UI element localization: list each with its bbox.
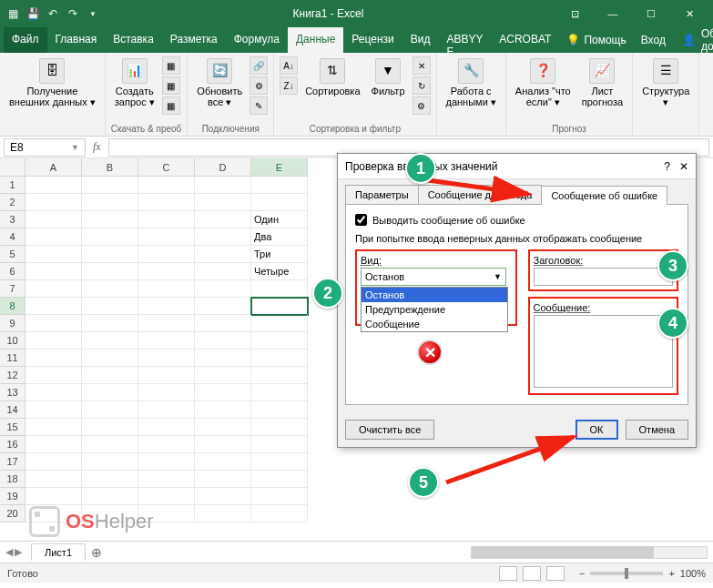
cancel-button[interactable]: Отмена xyxy=(626,420,688,440)
dialog-tab-settings[interactable]: Параметры xyxy=(345,185,419,204)
cell[interactable] xyxy=(82,263,138,280)
row-header[interactable]: 7 xyxy=(0,280,25,298)
zoom-out-button[interactable]: − xyxy=(579,568,585,579)
cell[interactable] xyxy=(82,350,138,367)
close-button[interactable]: ✕ xyxy=(671,3,708,25)
cell[interactable]: Два xyxy=(251,228,308,246)
sort-button[interactable]: ⇅Сортировка xyxy=(301,56,363,98)
row-header[interactable]: 17 xyxy=(0,453,25,471)
cell[interactable] xyxy=(195,401,251,419)
cell[interactable] xyxy=(82,246,138,263)
share-button[interactable]: 👤Общий доступ xyxy=(673,27,713,53)
cell[interactable]: Три xyxy=(251,246,308,263)
cell[interactable] xyxy=(195,471,251,488)
cell[interactable]: Один xyxy=(251,211,308,228)
row-header[interactable]: 10 xyxy=(0,332,25,350)
cell[interactable] xyxy=(138,228,195,246)
cell[interactable] xyxy=(195,298,251,315)
row-header[interactable]: 12 xyxy=(0,367,25,384)
option-warning[interactable]: Предупреждение xyxy=(362,302,507,317)
cell[interactable] xyxy=(195,211,251,228)
cell[interactable] xyxy=(138,453,195,471)
ribbon-options-icon[interactable]: ⊡ xyxy=(556,3,593,25)
edit-links-button[interactable]: ✎ xyxy=(250,96,268,115)
row-header[interactable]: 4 xyxy=(0,228,25,246)
zoom-in-button[interactable]: + xyxy=(668,568,674,579)
row-header[interactable]: 2 xyxy=(0,194,25,211)
cell[interactable] xyxy=(251,384,308,401)
show-error-checkbox-input[interactable] xyxy=(355,214,367,226)
cell[interactable] xyxy=(138,419,195,436)
cell[interactable] xyxy=(25,177,82,194)
cell[interactable] xyxy=(138,298,195,315)
cell[interactable] xyxy=(138,471,195,488)
cell[interactable] xyxy=(25,298,82,315)
cell[interactable]: Четыре xyxy=(251,263,308,280)
cell[interactable] xyxy=(251,177,308,194)
row-header[interactable]: 13 xyxy=(0,384,25,401)
cell[interactable] xyxy=(251,453,308,471)
cell[interactable] xyxy=(195,228,251,246)
cell[interactable] xyxy=(195,177,251,194)
row-header[interactable]: 6 xyxy=(0,263,25,280)
cell[interactable] xyxy=(138,246,195,263)
cell[interactable] xyxy=(251,194,308,211)
cell[interactable] xyxy=(25,401,82,419)
tab-formula[interactable]: Формула xyxy=(226,27,288,53)
cell[interactable] xyxy=(195,505,251,522)
cell[interactable] xyxy=(82,488,138,505)
cell[interactable] xyxy=(195,436,251,453)
cell[interactable] xyxy=(25,419,82,436)
cell[interactable] xyxy=(82,384,138,401)
cell[interactable] xyxy=(82,332,138,350)
error-title-input[interactable] xyxy=(534,268,674,286)
tab-review[interactable]: Рецензи xyxy=(343,27,402,53)
cell[interactable] xyxy=(82,194,138,211)
column-header[interactable]: E xyxy=(251,158,308,177)
cell[interactable] xyxy=(82,436,138,453)
save-icon[interactable]: 💾 xyxy=(25,6,40,21)
cell[interactable] xyxy=(138,367,195,384)
cell[interactable] xyxy=(195,453,251,471)
dialog-tab-input-msg[interactable]: Сообщение для ввода xyxy=(418,185,543,204)
cell[interactable] xyxy=(195,246,251,263)
sheet-nav-prev[interactable]: ◀ xyxy=(5,546,13,558)
row-header[interactable]: 11 xyxy=(0,350,25,367)
cell[interactable] xyxy=(251,298,308,315)
cell[interactable] xyxy=(195,263,251,280)
cell[interactable] xyxy=(138,315,195,332)
cell[interactable] xyxy=(138,384,195,401)
sheet-tab[interactable]: Лист1 xyxy=(31,543,86,561)
undo-icon[interactable]: ↶ xyxy=(46,6,60,21)
row-header[interactable]: 16 xyxy=(0,436,25,453)
sort-az-button[interactable]: A↓ xyxy=(280,56,298,75)
tab-insert[interactable]: Вставка xyxy=(105,27,162,53)
clear-filter-button[interactable]: ✕ xyxy=(413,56,431,75)
cell[interactable] xyxy=(251,471,308,488)
filter-button[interactable]: ▼Фильтр xyxy=(368,56,409,98)
cell[interactable] xyxy=(195,194,251,211)
column-header[interactable]: C xyxy=(138,158,195,177)
cell[interactable] xyxy=(82,471,138,488)
cell[interactable] xyxy=(25,367,82,384)
column-header[interactable]: A xyxy=(25,158,82,177)
connections-button[interactable]: 🔗 xyxy=(250,56,268,75)
cell[interactable] xyxy=(82,453,138,471)
cell[interactable] xyxy=(138,332,195,350)
row-header[interactable]: 20 xyxy=(0,505,25,522)
redo-icon[interactable]: ↷ xyxy=(66,6,80,21)
cell[interactable] xyxy=(251,419,308,436)
row-header[interactable]: 19 xyxy=(0,488,25,505)
cell[interactable] xyxy=(25,280,82,298)
show-error-checkbox[interactable]: Выводить сообщение об ошибке xyxy=(355,214,678,226)
cell[interactable] xyxy=(251,332,308,350)
cell[interactable] xyxy=(138,263,195,280)
error-style-select[interactable]: Останов▼ Останов Предупреждение Сообщени… xyxy=(361,268,506,286)
show-queries-button[interactable]: ▦ xyxy=(162,56,180,75)
minimize-button[interactable]: ― xyxy=(595,3,631,25)
cell[interactable] xyxy=(25,263,82,280)
whatif-button[interactable]: ❓Анализ "что если" ▾ xyxy=(512,56,575,109)
cell[interactable] xyxy=(25,211,82,228)
dialog-tab-error-msg[interactable]: Сообщение об ошибке xyxy=(541,186,667,205)
qat-dropdown-icon[interactable]: ▼ xyxy=(86,6,100,21)
